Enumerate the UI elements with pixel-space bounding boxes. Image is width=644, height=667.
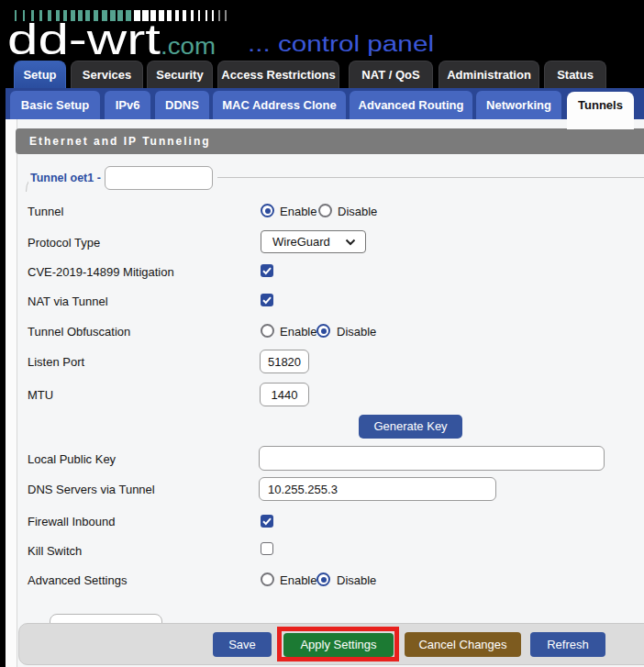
svg-text:dd-wrt: dd-wrt xyxy=(7,16,161,59)
svg-text:.com: .com xyxy=(161,33,216,59)
svg-text:... control panel: ... control panel xyxy=(248,32,434,56)
